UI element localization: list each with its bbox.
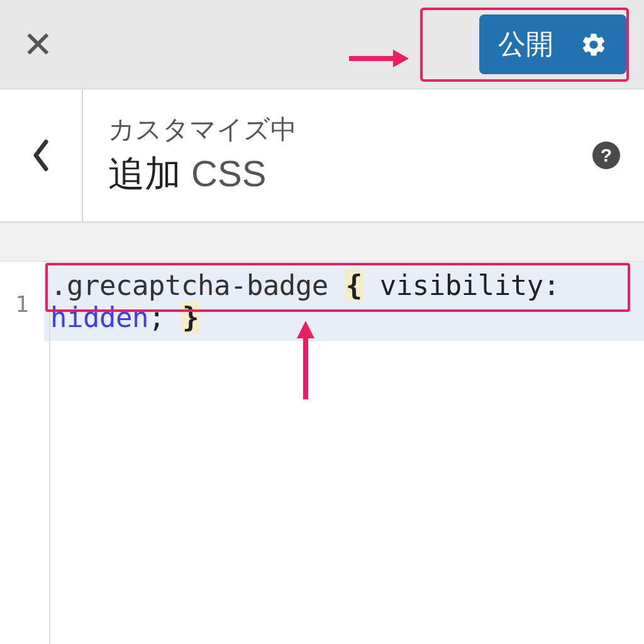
header-section: カスタマイズ中 追加 CSS ? [0,89,644,223]
publish-label: 公開 [498,26,553,63]
help-button[interactable]: ? [592,142,620,169]
editor-gutter [49,302,644,644]
customizing-label: カスタマイズ中 [108,112,592,147]
publish-button[interactable]: 公開 [479,14,626,74]
svg-marker-1 [393,50,409,67]
spacer-bar [0,223,644,262]
top-bar: ✕ 公開 [0,0,644,89]
section-title: 追加 CSS [108,150,592,199]
publish-container: 公開 [479,14,626,74]
annotation-arrow-right-icon [346,35,409,80]
back-button[interactable] [0,89,83,221]
css-selector: .grecaptcha-badge [50,269,328,301]
close-button[interactable]: ✕ [18,23,58,66]
annotation-arrow-up-icon [293,321,318,411]
chevron-left-icon [30,138,52,172]
brace-open: { [345,269,364,301]
header-titles: カスタマイズ中 追加 CSS [83,112,592,199]
css-property: visibility: [380,269,560,301]
svg-marker-3 [297,321,314,338]
line-number: 1 [0,286,44,317]
gear-icon [580,31,608,58]
